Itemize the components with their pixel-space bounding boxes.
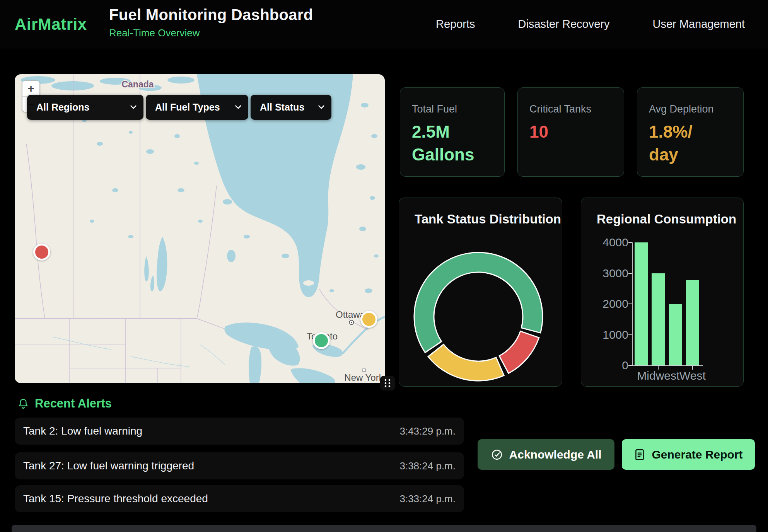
- donut-chart: [399, 198, 563, 387]
- map-panel[interactable]: Canada Ottawa Toronto New York + − All R…: [15, 74, 385, 383]
- donut-segment-warning: [428, 344, 504, 381]
- tank-marker-normal[interactable]: [313, 332, 330, 349]
- stat-card-critical-tanks: Critical Tanks 10: [517, 87, 624, 177]
- alert-time: 3:38:24 p.m.: [399, 460, 456, 472]
- ottawa-city-dot-inner: [351, 322, 352, 323]
- y-tick-mark: [628, 273, 632, 274]
- y-tick-mark: [628, 304, 632, 304]
- stat-label: Critical Tanks: [529, 103, 612, 115]
- grip-dots-icon: [384, 378, 391, 388]
- james-bay-island: [303, 280, 314, 286]
- tank-marker-warning[interactable]: [360, 311, 377, 328]
- zoom-in-button[interactable]: +: [22, 81, 39, 96]
- alert-row[interactable]: Tank 2: Low fuel warning 3:43:29 p.m.: [15, 418, 464, 445]
- stat-value: 1.8%/ day: [649, 121, 732, 166]
- x-tick-mark: [692, 366, 693, 370]
- chevron-down-icon: [130, 102, 137, 109]
- y-tick-mark: [628, 334, 632, 335]
- stat-value: 2.5M Gallons: [412, 121, 493, 166]
- check-circle-icon: [491, 448, 503, 461]
- bell-icon: [17, 397, 29, 410]
- y-tick-label: 4000: [581, 236, 628, 249]
- acknowledge-all-label: Acknowledge All: [509, 448, 602, 461]
- new-york-label: New York: [344, 372, 384, 383]
- brand-logo: AirMatrix: [15, 0, 87, 48]
- y-tick-mark: [628, 365, 632, 366]
- nav-disaster-recovery[interactable]: Disaster Recovery: [518, 18, 610, 31]
- generate-report-button[interactable]: Generate Report: [622, 439, 755, 470]
- alert-row[interactable]: Tank 27: Low fuel warning triggered 3:38…: [15, 452, 464, 479]
- consumption-bar: [635, 242, 648, 365]
- stat-card-total-fuel: Total Fuel 2.5M Gallons: [400, 87, 505, 177]
- stat-label: Avg Depletion: [649, 103, 732, 115]
- y-axis-line: [632, 242, 633, 366]
- y-tick-label: 0: [581, 359, 628, 372]
- consumption-bar: [652, 273, 665, 366]
- app-header: AirMatrix Fuel Monitoring Dashboard Real…: [0, 0, 768, 48]
- country-label: Canada: [121, 79, 154, 89]
- map-base: Canada Ottawa Toronto New York: [15, 74, 385, 383]
- page-title: Fuel Monitoring Dashboard: [109, 6, 313, 24]
- y-tick-label: 1000: [581, 328, 628, 341]
- x-tick-mark: [658, 366, 659, 370]
- new-york-city-dot: [363, 369, 365, 372]
- nav-user-management[interactable]: User Management: [652, 18, 745, 31]
- chevron-down-icon: [318, 102, 325, 109]
- donut-segment-critical: [499, 331, 539, 373]
- fuel-types-dropdown-value: All Fuel Types: [155, 102, 220, 113]
- alert-time: 3:43:29 p.m.: [399, 425, 456, 437]
- alert-row[interactable]: Tank 15: Pressure threshold exceeded 3:3…: [15, 485, 464, 512]
- regions-dropdown[interactable]: All Regions: [27, 95, 143, 120]
- stat-card-avg-depletion: Avg Depletion 1.8%/ day: [637, 87, 744, 177]
- title-block: Fuel Monitoring Dashboard Real-Time Over…: [109, 6, 313, 39]
- alert-message: Tank 2: Low fuel warning: [23, 425, 142, 437]
- generate-report-label: Generate Report: [652, 448, 742, 461]
- recent-alerts-heading: Recent Alerts: [17, 397, 112, 411]
- fuel-types-dropdown[interactable]: All Fuel Types: [146, 95, 248, 120]
- consumption-bar: [669, 304, 682, 365]
- status-dropdown[interactable]: All Status: [251, 95, 331, 120]
- regional-consumption-card: Regional Consumption 01000200030004000Mi…: [581, 198, 744, 387]
- map-attribution-toggle[interactable]: [380, 376, 395, 390]
- acknowledge-all-button[interactable]: Acknowledge All: [478, 439, 614, 470]
- tank-marker-critical[interactable]: [33, 244, 50, 261]
- main-nav: Reports Disaster Recovery User Managemen…: [436, 0, 745, 48]
- nav-reports[interactable]: Reports: [436, 18, 475, 31]
- alert-message: Tank 15: Pressure threshold exceeded: [23, 493, 208, 505]
- map-rivers: [53, 337, 225, 367]
- chevron-down-icon: [235, 102, 242, 109]
- tank-status-card: Tank Status Distribution: [399, 198, 562, 387]
- recent-alerts-title: Recent Alerts: [35, 397, 112, 411]
- alert-time: 3:33:24 p.m.: [399, 493, 456, 505]
- y-tick-label: 3000: [581, 267, 628, 280]
- stat-value: 10: [529, 121, 612, 143]
- bottom-scrollbar[interactable]: [12, 525, 756, 532]
- stat-label: Total Fuel: [412, 103, 493, 115]
- alert-message: Tank 27: Low fuel warning triggered: [23, 460, 194, 472]
- y-tick-mark: [628, 242, 632, 243]
- regions-dropdown-value: All Regions: [36, 102, 90, 113]
- map-filters: All Regions All Fuel Types All Status: [27, 95, 331, 120]
- consumption-bar: [686, 280, 699, 365]
- y-tick-label: 2000: [581, 297, 628, 310]
- status-dropdown-value: All Status: [260, 102, 304, 113]
- page-subtitle: Real-Time Overview: [109, 27, 313, 39]
- bar-chart-plot: 01000200030004000MidwestWest: [581, 198, 744, 387]
- x-tick-label: West: [662, 369, 724, 382]
- report-document-icon: [634, 448, 645, 461]
